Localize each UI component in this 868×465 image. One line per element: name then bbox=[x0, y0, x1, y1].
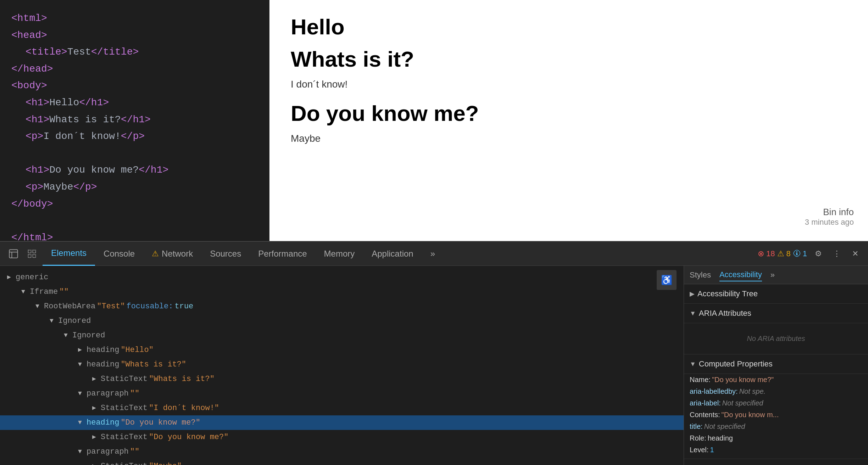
code-line: </body> bbox=[11, 196, 258, 213]
tree-row[interactable]: ▼ paragraph "" bbox=[0, 386, 684, 401]
tab-more[interactable]: » bbox=[422, 242, 444, 266]
name-label: Name: bbox=[690, 376, 711, 384]
no-aria-text: No ARIA attributes bbox=[691, 327, 861, 350]
computed-name-row: Name: "Do you know me?" bbox=[684, 374, 868, 386]
section-arrow: ▶ bbox=[690, 290, 695, 298]
aria-label-value: Not specified bbox=[722, 399, 763, 407]
accessibility-tree-section[interactable]: ▶ Accessibility Tree bbox=[684, 284, 868, 304]
expand-arrow: ▶ bbox=[7, 273, 14, 282]
tab-elements-label: Elements bbox=[51, 248, 87, 258]
code-line bbox=[11, 145, 258, 162]
code-line: <title>Test</title> bbox=[11, 44, 258, 61]
computed-contents-row: Contents: "Do you know m... bbox=[684, 409, 868, 421]
contents-label: Contents: bbox=[690, 411, 720, 419]
devtools-select-icon[interactable] bbox=[24, 246, 40, 262]
svg-rect-5 bbox=[28, 254, 31, 257]
aria-attributes-label: ARIA Attributes bbox=[699, 309, 751, 318]
right-panel: Styles Accessibility » ▶ Accessibility T… bbox=[684, 266, 868, 465]
preview-panel: Hello Whats is it? I don´t know! Do you … bbox=[269, 0, 868, 241]
bin-info-time: 3 minutes ago bbox=[805, 218, 854, 227]
role-label: Role: bbox=[690, 434, 706, 442]
name-value: "Do you know me?" bbox=[712, 376, 774, 384]
tree-row[interactable]: ▼ paragraph "" bbox=[0, 444, 684, 459]
preview-heading-2: Whats is it? bbox=[291, 46, 847, 72]
tree-row[interactable]: ▼ Ignored bbox=[0, 328, 684, 343]
section-arrow: ▼ bbox=[690, 360, 696, 368]
tab-sources-label: Sources bbox=[210, 249, 241, 259]
devtools-dock-icon[interactable] bbox=[6, 246, 21, 262]
tree-row[interactable]: ▶ heading "Hello" bbox=[0, 343, 684, 357]
code-line: </head> bbox=[11, 61, 258, 78]
tab-performance-label: Performance bbox=[258, 249, 307, 259]
title-label: title: bbox=[690, 422, 703, 431]
tree-row[interactable]: ▼ Iframe "" bbox=[0, 285, 684, 299]
tree-row[interactable]: ▼ Ignored bbox=[0, 314, 684, 328]
preview-heading-1: Hello bbox=[291, 14, 847, 39]
tree-row[interactable]: ▶ StaticText "I don´t know!" bbox=[0, 401, 684, 415]
expand-arrow: ▼ bbox=[78, 418, 85, 427]
accessibility-mode-button[interactable]: ♿ bbox=[657, 270, 677, 290]
contents-value: "Do you know m... bbox=[722, 411, 779, 419]
tab-performance[interactable]: Performance bbox=[250, 242, 315, 266]
tab-sources[interactable]: Sources bbox=[201, 242, 250, 266]
right-panel-more-tabs[interactable]: » bbox=[770, 270, 775, 280]
tab-elements[interactable]: Elements bbox=[43, 242, 95, 266]
tree-row[interactable]: ▶ StaticText "Do you know me?" bbox=[0, 430, 684, 444]
warn-triangle-icon: ⚠ bbox=[777, 249, 784, 258]
code-line: <h1>Whats is it?</h1> bbox=[11, 111, 258, 128]
expand-arrow: ▼ bbox=[64, 331, 71, 340]
aria-labelledby-label: aria-labelledby: bbox=[690, 387, 738, 396]
computed-title-row: title: Not specified bbox=[684, 421, 868, 432]
toolbar-right: ⊗ 18 ⚠ 8 🛈 1 ⚙ ⋮ ✕ bbox=[758, 247, 862, 261]
aria-attributes-content: No ARIA attributes bbox=[684, 323, 868, 354]
tree-row[interactable]: ▶ StaticText "Whats is it?" bbox=[0, 372, 684, 386]
tree-row-selected[interactable]: ▼ heading "Do you know me?" bbox=[0, 415, 684, 430]
code-line: <body> bbox=[11, 77, 258, 94]
tree-row[interactable]: ▼ heading "Whats is it?" bbox=[0, 357, 684, 372]
computed-properties-section[interactable]: ▼ Computed Properties bbox=[684, 354, 868, 374]
computed-level-row: Level: 1 bbox=[684, 444, 868, 456]
tree-row[interactable]: ▶ generic bbox=[0, 270, 684, 285]
aria-attributes-section[interactable]: ▼ ARIA Attributes bbox=[684, 304, 868, 323]
tab-memory[interactable]: Memory bbox=[316, 242, 363, 266]
tab-console-label: Console bbox=[104, 249, 135, 259]
code-panel: <html> <head> <title>Test</title> </head… bbox=[0, 0, 269, 241]
code-line: <p>Maybe</p> bbox=[11, 179, 258, 196]
preview-heading-3: Do you know me? bbox=[291, 101, 847, 126]
tab-application[interactable]: Application bbox=[363, 242, 422, 266]
right-panel-tabs: Styles Accessibility » bbox=[684, 266, 868, 284]
devtools-content: ♿ ▶ generic ▼ Iframe "" ▼ RootWebArea "T… bbox=[0, 266, 868, 465]
devtools: Elements Console ⚠ Network Sources Perfo… bbox=[0, 241, 868, 465]
settings-icon[interactable]: ⚙ bbox=[811, 247, 825, 261]
error-circle-icon: ⊗ bbox=[758, 249, 764, 258]
svg-rect-6 bbox=[33, 254, 35, 257]
level-label: Level: bbox=[690, 446, 708, 454]
top-area: <html> <head> <title>Test</title> </head… bbox=[0, 0, 868, 241]
tab-console[interactable]: Console bbox=[95, 242, 143, 266]
level-value: 1 bbox=[710, 446, 714, 454]
info-square-icon: 🛈 bbox=[793, 249, 801, 258]
tab-styles[interactable]: Styles bbox=[690, 269, 711, 281]
close-icon[interactable]: ✕ bbox=[848, 247, 862, 261]
accessibility-tree-panel: ♿ ▶ generic ▼ Iframe "" ▼ RootWebArea "T… bbox=[0, 266, 684, 465]
tree-row[interactable]: ▼ RootWebArea "Test" focusable: true bbox=[0, 299, 684, 314]
expand-arrow: ▼ bbox=[50, 316, 57, 326]
accessibility-tree-label: Accessibility Tree bbox=[697, 289, 758, 298]
tree-row[interactable]: ▶ StaticText "Maybe" bbox=[0, 459, 684, 465]
svg-rect-0 bbox=[9, 250, 17, 258]
tab-memory-label: Memory bbox=[324, 249, 355, 259]
tab-accessibility[interactable]: Accessibility bbox=[719, 269, 762, 281]
expand-arrow: ▶ bbox=[78, 345, 85, 355]
computed-aria-labelledby-row: aria-labelledby: Not spe. bbox=[684, 386, 868, 397]
tab-network[interactable]: ⚠ Network bbox=[143, 242, 201, 266]
devtools-tabs: Elements Console ⚠ Network Sources Perfo… bbox=[43, 242, 755, 266]
computed-properties-label: Computed Properties bbox=[699, 359, 773, 369]
expand-arrow: ▼ bbox=[21, 287, 28, 297]
tab-application-label: Application bbox=[372, 249, 413, 259]
section-arrow: ▼ bbox=[690, 310, 696, 317]
role-value: heading bbox=[708, 434, 733, 442]
preview-para-2: Maybe bbox=[291, 133, 847, 144]
error-count: 18 bbox=[766, 249, 775, 258]
warn-count: 8 bbox=[786, 249, 791, 258]
more-options-icon[interactable]: ⋮ bbox=[830, 247, 844, 261]
